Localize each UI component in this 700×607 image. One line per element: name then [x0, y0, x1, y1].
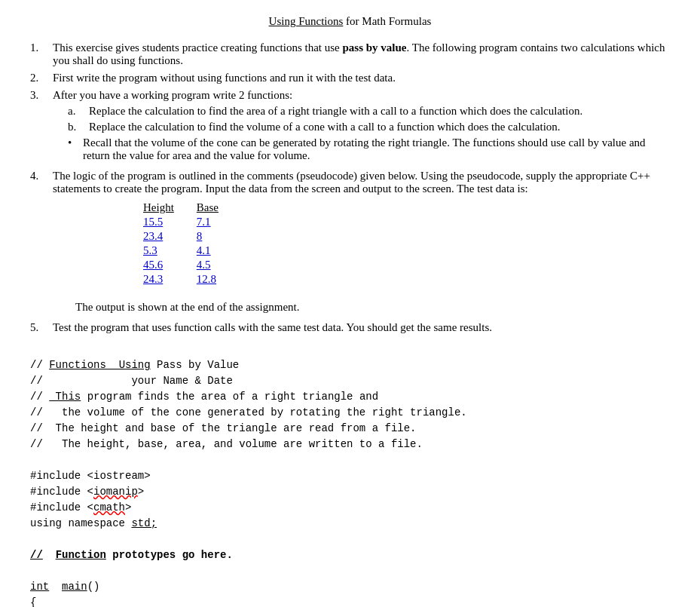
item3-text: After you have a working program write 2… [53, 89, 292, 101]
table-row: 15.5 7.1 [143, 216, 241, 230]
code-line-5: // The height and base of the triangle a… [30, 422, 416, 434]
col-height-header: Height [143, 201, 197, 216]
title-link: Using Functions [269, 15, 344, 27]
table-body: 15.5 7.1 23.4 8 5.3 4.1 45.6 4.5 [143, 216, 241, 287]
output-note: The output is shown at the end of the as… [75, 301, 670, 314]
list-item-2: 2. First write the program without using… [30, 72, 670, 84]
main-list: 1. This exercise gives students practice… [30, 41, 670, 293]
code-line-2: // your Name & Date [30, 375, 233, 387]
item4-text: The logic of the program is outlined in … [53, 170, 650, 195]
list-content-4: The logic of the program is outlined in … [53, 170, 670, 293]
code-block: // Functions Using Pass by Value // your… [30, 342, 670, 607]
item1-bold: pass by value [342, 41, 406, 54]
item5-text: Test the program that uses function call… [53, 321, 492, 333]
code-line-blank3 [30, 565, 36, 577]
alpha-content-3a: Replace the calculation to find the area… [89, 105, 582, 118]
bullet-label-3: • [68, 136, 83, 162]
height-val-4: 45.6 [143, 259, 197, 273]
code-line-7: #include <iostream> [30, 470, 151, 482]
list-num-3: 3. [30, 89, 53, 165]
height-val-5: 24.3 [143, 273, 197, 287]
base-val-3: 4.1 [197, 244, 241, 259]
code-line-8: #include <iomanip> [30, 486, 144, 498]
code-line-blank1 [30, 454, 36, 466]
code-line-11: // Function prototypes go here. [30, 549, 233, 561]
base-val-5: 12.8 [197, 273, 241, 287]
bullet-list-3: • Recall that the volume of the cone can… [53, 136, 670, 162]
page-title: Using Functions for Math Formulas [30, 15, 670, 28]
bullet-content-3: Recall that the volume of the cone can b… [83, 136, 670, 162]
height-val-2: 23.4 [143, 230, 197, 244]
base-val-2: 8 [197, 230, 241, 244]
code-line-6: // The height, base, area, and volume ar… [30, 438, 423, 450]
data-table: Height Base 15.5 7.1 23.4 8 5.3 [143, 201, 241, 287]
item1-text-before: This exercise gives students practice cr… [53, 41, 342, 54]
list-item-5: 5. Test the program that uses function c… [30, 321, 670, 334]
code-line-4: // the volume of the cone generated by r… [30, 406, 467, 418]
base-val-4: 4.5 [197, 259, 241, 273]
list-num-2: 2. [30, 72, 53, 84]
table-row: 24.3 12.8 [143, 273, 241, 287]
title-suffix: for Math Formulas [343, 15, 431, 27]
table-row: 23.4 8 [143, 230, 241, 244]
list-num-4: 4. [30, 170, 53, 293]
bullet-item-3: • Recall that the volume of the cone can… [68, 136, 670, 162]
alpha-label-3a: a. [68, 105, 89, 118]
base-val-1: 7.1 [197, 216, 241, 230]
list-item5-wrapper: 5. Test the program that uses function c… [30, 321, 670, 334]
code-line-12: int main() [30, 581, 99, 593]
col-base-header: Base [197, 201, 241, 216]
alpha-content-3b: Replace the calculation to find the volu… [89, 121, 561, 133]
height-val-3: 5.3 [143, 244, 197, 259]
list-content-3: After you have a working program write 2… [53, 89, 670, 165]
list-item-1: 1. This exercise gives students practice… [30, 41, 670, 67]
list-item-3: 3. After you have a working program writ… [30, 89, 670, 165]
code-line-9: #include <cmath> [30, 501, 131, 513]
table-header-row: Height Base [143, 201, 241, 216]
alpha-list-3: a. Replace the calculation to find the a… [53, 105, 670, 133]
list-content-5: Test the program that uses function call… [53, 321, 670, 334]
list-content-1: This exercise gives students practice cr… [53, 41, 670, 67]
alpha-label-3b: b. [68, 121, 89, 133]
list-num-1: 1. [30, 41, 53, 67]
code-line-3: // This program finds the area of a righ… [30, 391, 378, 403]
code-line-1: // Functions Using Pass by Value [30, 359, 239, 371]
table-row: 45.6 4.5 [143, 259, 241, 273]
list-item-4: 4. The logic of the program is outlined … [30, 170, 670, 293]
list-num-5: 5. [30, 321, 53, 334]
alpha-item-3b: b. Replace the calculation to find the v… [68, 121, 670, 133]
list-content-2: First write the program without using fu… [53, 72, 670, 84]
code-line-blank2 [30, 533, 36, 545]
code-line-10: using namespace std; [30, 517, 157, 529]
table-row: 5.3 4.1 [143, 244, 241, 259]
code-line-13: { [30, 596, 36, 607]
height-val-1: 15.5 [143, 216, 197, 230]
item2-text: First write the program without using fu… [53, 72, 396, 84]
alpha-item-3a: a. Replace the calculation to find the a… [68, 105, 670, 118]
